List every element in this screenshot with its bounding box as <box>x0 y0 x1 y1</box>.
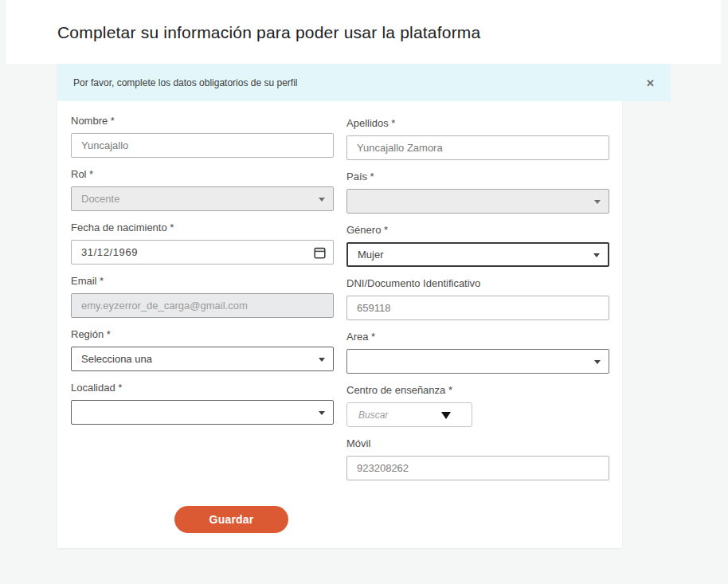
field-area: Area * <box>346 331 609 374</box>
form-column-right: Apellidos * Yuncajallo Zamora País * Gén… <box>346 117 609 491</box>
field-movil: Móvil 923208262 <box>346 437 609 480</box>
apellidos-value: Yuncajallo Zamora <box>357 142 443 154</box>
apellidos-label: Apellidos * <box>346 117 609 129</box>
nombre-input[interactable]: Yuncajallo <box>71 133 334 158</box>
genero-label: Género * <box>346 224 609 236</box>
field-genero: Género * Mujer <box>346 224 609 267</box>
fecha-nacimiento-value: 31/12/1969 <box>81 246 138 258</box>
chevron-down-icon <box>319 358 325 362</box>
movil-input[interactable]: 923208262 <box>346 456 609 480</box>
fecha-nacimiento-input[interactable]: 31/12/1969 <box>71 240 334 265</box>
close-icon[interactable]: ✕ <box>644 76 656 89</box>
region-label: Región * <box>71 328 334 340</box>
region-value: Selecciona una <box>81 353 152 365</box>
save-button[interactable]: Guardar <box>174 506 288 533</box>
form-column-left: Nombre * Yuncajallo Rol * Docente Fecha … <box>71 115 334 435</box>
region-select[interactable]: Selecciona una <box>71 347 334 371</box>
field-centro-ensenanza: Centro de enseñanza * Buscar <box>346 384 609 427</box>
genero-value: Mujer <box>358 249 384 261</box>
nombre-value: Yuncajallo <box>81 139 128 151</box>
field-email: Email * emy.eyzerror_de_carga@gmail.com <box>71 275 334 318</box>
chevron-down-icon <box>593 253 600 257</box>
rol-value: Docente <box>81 193 119 205</box>
rol-label: Rol * <box>71 168 334 180</box>
field-region: Región * Selecciona una <box>71 328 334 371</box>
fecha-nacimiento-label: Fecha de nacimiento * <box>71 221 334 233</box>
banner-message: Por favor, complete los datos obligatori… <box>73 77 297 88</box>
dropdown-arrow-icon <box>441 412 451 419</box>
genero-select[interactable]: Mujer <box>346 242 609 267</box>
chevron-down-icon <box>594 200 601 204</box>
field-nombre: Nombre * Yuncajallo <box>71 115 334 158</box>
pais-label: País * <box>346 170 609 182</box>
localidad-select[interactable] <box>71 400 334 425</box>
chevron-down-icon <box>319 198 325 202</box>
rol-select: Docente <box>71 186 334 211</box>
centro-ensenanza-placeholder: Buscar <box>358 410 388 421</box>
field-localidad: Localidad * <box>71 382 334 425</box>
chevron-down-icon <box>594 360 601 364</box>
area-select[interactable] <box>346 349 609 374</box>
email-input: emy.eyzerror_de_carga@gmail.com <box>71 293 334 318</box>
nombre-label: Nombre * <box>71 115 334 127</box>
field-apellidos: Apellidos * Yuncajallo Zamora <box>346 117 609 160</box>
apellidos-input[interactable]: Yuncajallo Zamora <box>346 135 609 160</box>
centro-ensenanza-label: Centro de enseñanza * <box>346 384 609 396</box>
email-value: emy.eyzerror_de_carga@gmail.com <box>81 300 248 312</box>
page-title: Completar su información para poder usar… <box>57 23 480 42</box>
movil-value: 923208262 <box>357 462 409 474</box>
chevron-down-icon <box>319 411 325 415</box>
email-label: Email * <box>71 275 334 287</box>
movil-label: Móvil <box>346 437 609 449</box>
dni-label: DNI/Documento Identificativo <box>346 277 609 289</box>
pais-select <box>346 189 609 214</box>
calendar-icon[interactable] <box>314 246 326 259</box>
dni-value: 659118 <box>357 302 390 314</box>
field-fecha-nacimiento: Fecha de nacimiento * 31/12/1969 <box>71 221 334 265</box>
area-label: Area * <box>346 331 609 343</box>
field-pais: País * <box>346 170 609 214</box>
info-banner: Por favor, complete los datos obligatori… <box>57 64 671 101</box>
centro-ensenanza-combobox[interactable]: Buscar <box>346 402 472 427</box>
dni-input[interactable]: 659118 <box>346 296 609 320</box>
field-rol: Rol * Docente <box>71 168 334 211</box>
localidad-label: Localidad * <box>71 382 334 394</box>
field-dni: DNI/Documento Identificativo 659118 <box>346 277 609 320</box>
